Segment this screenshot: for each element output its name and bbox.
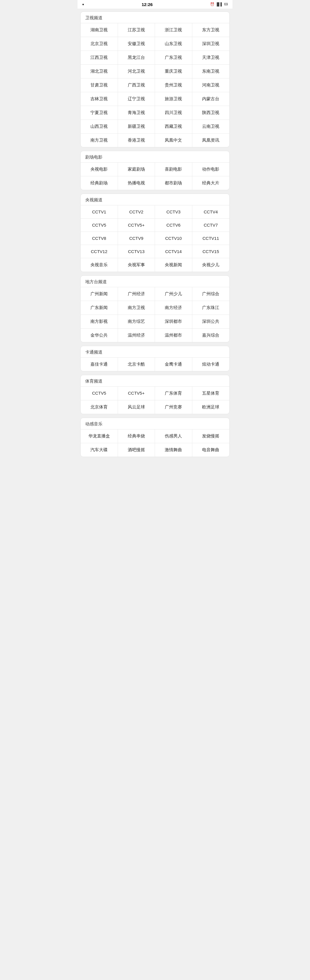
channel-item[interactable]: 辽宁卫视 — [118, 92, 155, 106]
channel-item[interactable]: 嘉兴综合 — [192, 329, 230, 342]
channel-item[interactable]: CCTV5+ — [118, 219, 155, 232]
channel-item[interactable]: 甘肃卫视 — [81, 78, 118, 92]
channel-item[interactable]: 华龙直播盒 — [81, 430, 118, 443]
channel-item[interactable]: 南方影视 — [81, 315, 118, 329]
channel-item[interactable]: 贵州卫视 — [155, 78, 192, 92]
channel-item[interactable]: 温州经济 — [118, 329, 155, 342]
channel-item[interactable]: CCTV13 — [118, 245, 155, 258]
channel-item[interactable]: 央视新闻 — [155, 258, 192, 272]
channel-item[interactable]: 经典大片 — [192, 177, 230, 190]
channel-item[interactable]: 发烧慢摇 — [192, 430, 230, 443]
channel-item[interactable]: 南方综艺 — [118, 315, 155, 329]
channel-item[interactable]: CCTV5 — [81, 219, 118, 232]
channel-item[interactable]: CCTV9 — [118, 232, 155, 245]
channel-item[interactable]: 金华公共 — [81, 329, 118, 342]
channel-item[interactable]: 云南卫视 — [192, 120, 230, 134]
channel-item[interactable]: 广州新闻 — [81, 287, 118, 301]
channel-item[interactable]: 湖南卫视 — [81, 23, 118, 37]
channel-item[interactable]: 金鹰卡通 — [155, 358, 192, 371]
channel-item[interactable]: 四川卫视 — [155, 106, 192, 120]
channel-item[interactable]: 深圳都市 — [155, 315, 192, 329]
channel-item[interactable]: 河北卫视 — [118, 65, 155, 78]
channel-item[interactable]: 北京体育 — [81, 400, 118, 414]
channel-item[interactable]: 旅游卫视 — [155, 92, 192, 106]
channel-item[interactable]: 激情舞曲 — [155, 443, 192, 457]
channel-item[interactable]: CCTV10 — [155, 232, 192, 245]
channel-item[interactable]: 热播电视 — [118, 177, 155, 190]
channel-item[interactable]: 央视少儿 — [192, 258, 230, 272]
channel-item[interactable]: 喜剧电影 — [155, 162, 192, 177]
channel-item[interactable]: 广东新闻 — [81, 301, 118, 315]
channel-item[interactable]: CCTV2 — [118, 205, 155, 219]
channel-item[interactable]: 酒吧慢摇 — [118, 443, 155, 457]
channel-item[interactable]: 青海卫视 — [118, 106, 155, 120]
channel-item[interactable]: 香港卫视 — [118, 134, 155, 147]
channel-item[interactable]: CCTV6 — [155, 219, 192, 232]
channel-item[interactable]: CCTV3 — [155, 205, 192, 219]
channel-item[interactable]: CCTV15 — [192, 245, 230, 258]
channel-item[interactable]: 广东体育 — [155, 387, 192, 400]
channel-item[interactable]: 风云足球 — [118, 400, 155, 414]
channel-item[interactable]: 江西卫视 — [81, 51, 118, 65]
channel-item[interactable]: 电音舞曲 — [192, 443, 230, 457]
channel-item[interactable]: 炫动卡通 — [192, 358, 230, 371]
channel-item[interactable]: CCTV12 — [81, 245, 118, 258]
channel-item[interactable]: 深圳公共 — [192, 315, 230, 329]
channel-item[interactable]: 广西卫视 — [118, 78, 155, 92]
channel-item[interactable]: 央视军事 — [118, 258, 155, 272]
channel-item[interactable]: 凤凰中文 — [155, 134, 192, 147]
channel-item[interactable]: 江苏卫视 — [118, 23, 155, 37]
channel-item[interactable]: 都市剧场 — [155, 177, 192, 190]
channel-item[interactable]: 东方卫视 — [192, 23, 230, 37]
channel-item[interactable]: 安徽卫视 — [118, 37, 155, 51]
channel-item[interactable]: 浙江卫视 — [155, 23, 192, 37]
channel-item[interactable]: 伤感男人 — [155, 430, 192, 443]
channel-item[interactable]: 内蒙古台 — [192, 92, 230, 106]
channel-item[interactable]: 黑龙江台 — [118, 51, 155, 65]
channel-item[interactable]: 宁夏卫视 — [81, 106, 118, 120]
channel-item[interactable]: 广州竞赛 — [155, 400, 192, 414]
channel-item[interactable]: 嘉佳卡通 — [81, 358, 118, 371]
channel-item[interactable]: 陕西卫视 — [192, 106, 230, 120]
channel-item[interactable]: 五星体育 — [192, 387, 230, 400]
channel-item[interactable]: CCTV11 — [192, 232, 230, 245]
channel-item[interactable]: 南方卫视 — [118, 301, 155, 315]
channel-item[interactable]: 吉林卫视 — [81, 92, 118, 106]
channel-item[interactable]: CCTV4 — [192, 205, 230, 219]
channel-item[interactable]: 天津卫视 — [192, 51, 230, 65]
channel-item[interactable]: CCTV7 — [192, 219, 230, 232]
channel-item[interactable]: 重庆卫视 — [155, 65, 192, 78]
channel-item[interactable]: 凤凰资讯 — [192, 134, 230, 147]
channel-item[interactable]: 湖北卫视 — [81, 65, 118, 78]
channel-item[interactable]: 广东珠江 — [192, 301, 230, 315]
channel-item[interactable]: 广州少儿 — [155, 287, 192, 301]
channel-item[interactable]: 南方卫视 — [81, 134, 118, 147]
channel-item[interactable]: CCTV5+ — [118, 387, 155, 400]
channel-item[interactable]: 河南卫视 — [192, 78, 230, 92]
channel-item[interactable]: 山东卫视 — [155, 37, 192, 51]
channel-item[interactable]: CCTV5 — [81, 387, 118, 400]
channel-item[interactable]: 央视音乐 — [81, 258, 118, 272]
channel-item[interactable]: 新疆卫视 — [118, 120, 155, 134]
channel-item[interactable]: 家庭剧场 — [118, 162, 155, 177]
channel-item[interactable]: CCTV14 — [155, 245, 192, 258]
channel-item[interactable]: 南方经济 — [155, 301, 192, 315]
channel-item[interactable]: 动作电影 — [192, 162, 230, 177]
channel-item[interactable]: 温州都市 — [155, 329, 192, 342]
channel-item[interactable]: 广州经济 — [118, 287, 155, 301]
channel-item[interactable]: 广州综合 — [192, 287, 230, 301]
channel-item[interactable]: 经典串烧 — [118, 430, 155, 443]
channel-item[interactable]: 汽车大碟 — [81, 443, 118, 457]
channel-item[interactable]: 央视电影 — [81, 162, 118, 177]
channel-item[interactable]: CCTV1 — [81, 205, 118, 219]
channel-item[interactable]: 广东卫视 — [155, 51, 192, 65]
channel-item[interactable]: 北京卡酷 — [118, 358, 155, 371]
channel-item[interactable]: CCTV8 — [81, 232, 118, 245]
channel-item[interactable]: 欧洲足球 — [192, 400, 230, 414]
channel-item[interactable]: 山西卫视 — [81, 120, 118, 134]
channel-item[interactable]: 北京卫视 — [81, 37, 118, 51]
channel-item[interactable]: 西藏卫视 — [155, 120, 192, 134]
channel-item[interactable]: 深圳卫视 — [192, 37, 230, 51]
channel-item[interactable]: 经典剧场 — [81, 177, 118, 190]
channel-item[interactable]: 东南卫视 — [192, 65, 230, 78]
